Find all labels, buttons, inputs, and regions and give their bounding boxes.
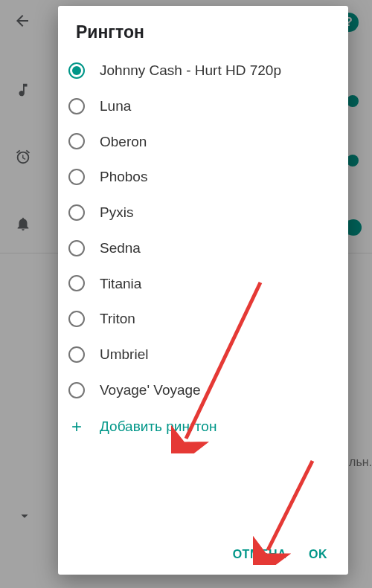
cancel-button[interactable]: ОТМЕНА xyxy=(233,548,286,561)
dialog-title: Рингтон xyxy=(58,6,348,53)
ringtone-option[interactable]: Titania xyxy=(58,266,348,302)
radio-icon[interactable] xyxy=(68,311,85,327)
option-label: Oberon xyxy=(100,133,147,151)
radio-icon[interactable] xyxy=(68,275,85,291)
option-label: Titania xyxy=(100,275,141,293)
option-label: Johnny Cash - Hurt HD 720p xyxy=(100,62,281,80)
radio-icon[interactable] xyxy=(68,204,85,221)
radio-icon[interactable] xyxy=(68,62,85,79)
radio-icon[interactable] xyxy=(68,169,85,185)
option-label: Voyage' Voyage xyxy=(100,381,201,399)
ringtone-option[interactable]: Triton xyxy=(58,301,348,337)
ringtone-option[interactable]: Oberon xyxy=(58,124,348,160)
plus-icon: + xyxy=(68,419,85,435)
ringtone-option[interactable]: Voyage' Voyage xyxy=(58,372,348,408)
option-label: Pyxis xyxy=(100,204,133,222)
ringtone-option[interactable]: Phobos xyxy=(58,159,348,195)
option-label: Triton xyxy=(100,310,135,328)
radio-icon[interactable] xyxy=(68,133,85,149)
ringtone-dialog: Рингтон Johnny Cash - Hurt HD 720p Luna … xyxy=(58,6,348,575)
option-label: Umbriel xyxy=(100,346,148,364)
ringtone-option[interactable]: Johnny Cash - Hurt HD 720p xyxy=(58,53,348,88)
option-label: Phobos xyxy=(100,168,147,186)
radio-icon[interactable] xyxy=(68,346,85,363)
radio-icon[interactable] xyxy=(68,98,85,114)
option-label: Sedna xyxy=(100,239,141,257)
radio-icon[interactable] xyxy=(68,240,85,256)
ringtone-option[interactable]: Luna xyxy=(58,88,348,124)
add-ringtone-label: Добавить рингтон xyxy=(100,419,217,435)
option-label: Luna xyxy=(100,97,131,115)
ok-button[interactable]: OK xyxy=(309,548,327,561)
add-ringtone-row[interactable]: + Добавить рингтон xyxy=(58,408,348,442)
dialog-actions: ОТМЕНА OK xyxy=(58,536,348,575)
ringtone-option[interactable]: Pyxis xyxy=(58,195,348,230)
ringtone-option[interactable]: Sedna xyxy=(58,230,348,266)
ringtone-option[interactable]: Umbriel xyxy=(58,337,348,372)
radio-icon[interactable] xyxy=(68,382,85,398)
ringtone-options-list: Johnny Cash - Hurt HD 720p Luna Oberon P… xyxy=(58,53,348,536)
